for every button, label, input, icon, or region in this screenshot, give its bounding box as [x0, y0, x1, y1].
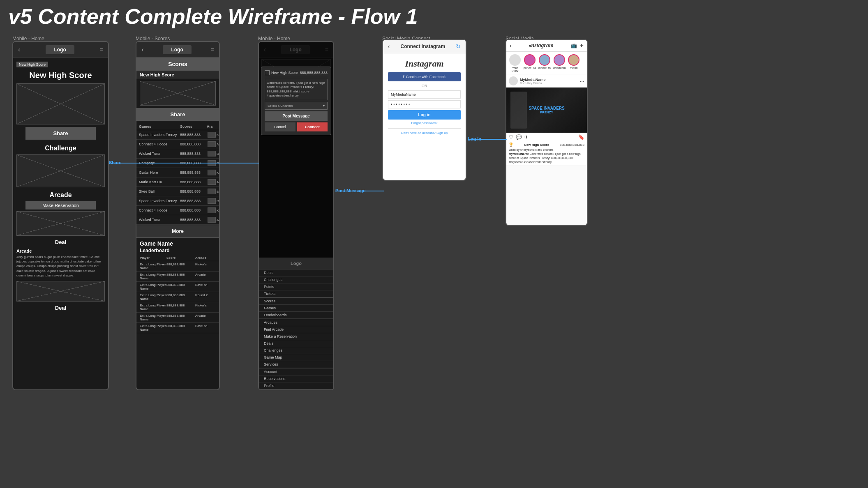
new-high-score-tag-1: New High Score — [16, 62, 48, 67]
fb-login-button[interactable]: f Continue with Facebook — [388, 72, 461, 81]
character-silhouette — [510, 92, 527, 129]
tv-icon[interactable]: 📺 — [571, 43, 577, 48]
frame-mobile-scores: ‹ Logo ≡ Scores New High Score Share Gam… — [136, 41, 220, 390]
nav-item[interactable]: Arcades — [259, 319, 333, 326]
leaderboard-row[interactable]: Extra Long Player Name 888,888,888 Bave … — [136, 282, 219, 292]
table-row[interactable]: Skee Ball 888,888,888 Baw — [136, 187, 219, 196]
forgot-password-link[interactable]: Forgot password? — [388, 121, 461, 125]
label-mobile-scores: Mobile - Scores — [136, 36, 170, 41]
game-name-cell: Skee Ball — [139, 189, 180, 193]
post-message-button[interactable]: Post Message — [265, 111, 328, 121]
mobile-header-1: ‹ Logo ≡ — [13, 42, 108, 58]
message-text-box[interactable]: Generated content. I just got a new high… — [265, 79, 328, 100]
nav-item[interactable]: Challenges — [259, 347, 333, 354]
lb-arcade-cell: Arcade — [195, 314, 216, 321]
make-reservation-button[interactable]: Make Reservation — [25, 201, 96, 209]
connect-button[interactable]: Connect — [297, 122, 328, 131]
nav-item[interactable]: Leaderboards — [259, 312, 333, 319]
arcade-name-cell: Kick — [217, 133, 220, 137]
table-row[interactable]: Space Invaders Frenzy 888,888,888 Kick — [136, 130, 219, 140]
your-story-label: Your Story — [509, 67, 521, 72]
username-field[interactable]: MyMediaName — [388, 90, 461, 99]
arcade-name-cell: Rou — [217, 199, 220, 203]
score-cell: 888,888,888 — [180, 170, 207, 175]
nav-item[interactable]: Make a Reservation — [259, 333, 333, 340]
login-button[interactable]: Log in — [388, 110, 461, 120]
back-icon-5[interactable]: ‹ — [510, 42, 512, 49]
table-row[interactable]: Wicked Tuna 888,888,888 Arc — [136, 215, 219, 225]
table-row[interactable]: Connect 4 Hoops 888,888,888 Arc — [136, 140, 219, 149]
nav-item[interactable]: Reservations — [259, 375, 333, 382]
lb-player-cell: Extra Long Player Name — [140, 262, 166, 270]
back-icon-2[interactable]: ‹ — [141, 46, 143, 53]
table-row[interactable]: Mario Kart DX 888,888,888 Arc — [136, 177, 219, 187]
nav-item[interactable]: Challenges — [259, 276, 333, 283]
scores-table: Space Invaders Frenzy 888,888,888 Kick C… — [136, 130, 219, 225]
more-button[interactable]: More — [136, 225, 219, 238]
label-mobile-home-1: Mobile - Home — [12, 36, 44, 41]
share-button-2[interactable]: Share — [136, 108, 219, 121]
share-connector-line — [109, 163, 259, 163]
score-cell: 888,888,888 — [180, 218, 207, 222]
post-likes: Liked by chrisyackulic and 5 others — [506, 148, 587, 152]
signup-link[interactable]: Sign up — [436, 131, 448, 135]
table-row[interactable]: Guitar Hero 888,888,888 Kick — [136, 168, 219, 177]
leaderboard-row[interactable]: Extra Long Player Name 888,888,888 Kicke… — [136, 302, 219, 313]
post-more-button[interactable]: ··· — [579, 78, 584, 84]
nav-item[interactable]: Profile — [259, 382, 333, 389]
nav-item[interactable]: Scores — [259, 298, 333, 305]
story-your[interactable]: Your Story — [509, 54, 521, 72]
heart-icon[interactable]: ♡ — [509, 134, 513, 140]
arcade-image-cell — [208, 189, 216, 194]
story-1[interactable]: prince_as... — [524, 54, 536, 72]
leaderboard-row[interactable]: Extra Long Player Name 888,888,888 Round… — [136, 292, 219, 302]
nav-group-1: ScoresGamesLeaderboards — [259, 297, 333, 319]
game-title-text: SPACE INVADERS FRENZY — [529, 106, 564, 114]
table-row[interactable]: Connect 4 Hoops 888,888,888 Kick — [136, 206, 219, 215]
nav-item[interactable]: Find Arcade — [259, 326, 333, 333]
fb-icon: f — [403, 75, 404, 79]
lb-col-score: Score — [166, 256, 195, 260]
back-icon-4[interactable]: ‹ — [388, 43, 390, 50]
nav-group-0: DealsChallengesPointsTickets — [259, 269, 333, 297]
nav-item[interactable]: Services — [259, 361, 333, 368]
nhs-checkbox[interactable] — [265, 70, 270, 75]
cancel-button[interactable]: Cancel — [265, 122, 295, 131]
post-caption: MyMediaName Generated content. I just go… — [506, 152, 587, 166]
nav-item[interactable]: Deals — [259, 269, 333, 276]
lb-score-cell: 888,888,888 — [166, 304, 195, 311]
channel-select[interactable]: Select a Channel ▾ — [265, 102, 328, 110]
menu-icon-2[interactable]: ≡ — [211, 46, 214, 53]
modal-actions: Cancel Connect — [265, 122, 328, 131]
leaderboard-row[interactable]: Extra Long Player Name 888,888,888 Kicke… — [136, 261, 219, 272]
nav-item[interactable]: Points — [259, 283, 333, 290]
back-icon-1[interactable]: ‹ — [18, 46, 20, 53]
table-row[interactable]: Space Invaders Frenzy 888,888,888 Rou — [136, 196, 219, 206]
story-3[interactable]: davidddrik... — [553, 54, 566, 72]
leaderboard-row[interactable]: Extra Long Player Name 888,888,888 Arcad… — [136, 313, 219, 323]
nav-item[interactable]: Game Map — [259, 354, 333, 361]
menu-icon-1[interactable]: ≡ — [100, 46, 103, 53]
leaderboard-row[interactable]: Extra Long Player Name 888,888,888 Arcad… — [136, 272, 219, 282]
post-actions: ♡ 💬 ✈ 🔖 — [506, 133, 587, 142]
leaderboard-row[interactable]: Extra Long Player Name 888,888,888 Bave … — [136, 323, 219, 333]
modal-nhs-label: New High Score — [271, 71, 298, 75]
bookmark-icon[interactable]: 🔖 — [578, 134, 584, 140]
comment-icon[interactable]: 💬 — [516, 134, 522, 140]
refresh-icon[interactable]: ↻ — [456, 43, 461, 50]
table-row[interactable]: Wicked Tuna 888,888,888 Baw — [136, 149, 219, 159]
instagram-logo-header: nnstagram — [529, 42, 554, 49]
scores-tab[interactable]: Scores — [136, 58, 219, 71]
post-message-connector-line — [335, 191, 384, 191]
leaderboard-table: Extra Long Player Name 888,888,888 Kicke… — [136, 261, 219, 333]
nav-item[interactable]: Account — [259, 368, 333, 375]
nav-item[interactable]: Games — [259, 305, 333, 312]
share-icon[interactable]: ✈ — [524, 134, 529, 140]
password-field[interactable]: •••••••• — [388, 100, 461, 108]
send-icon[interactable]: ✈ — [579, 43, 584, 48]
nav-item[interactable]: Tickets — [259, 290, 333, 297]
nav-item[interactable]: Deals — [259, 340, 333, 347]
share-button-1[interactable]: Share — [25, 127, 96, 140]
story-4[interactable]: mkihd — [568, 54, 579, 72]
story-2[interactable]: makiie_thea... — [538, 54, 551, 72]
